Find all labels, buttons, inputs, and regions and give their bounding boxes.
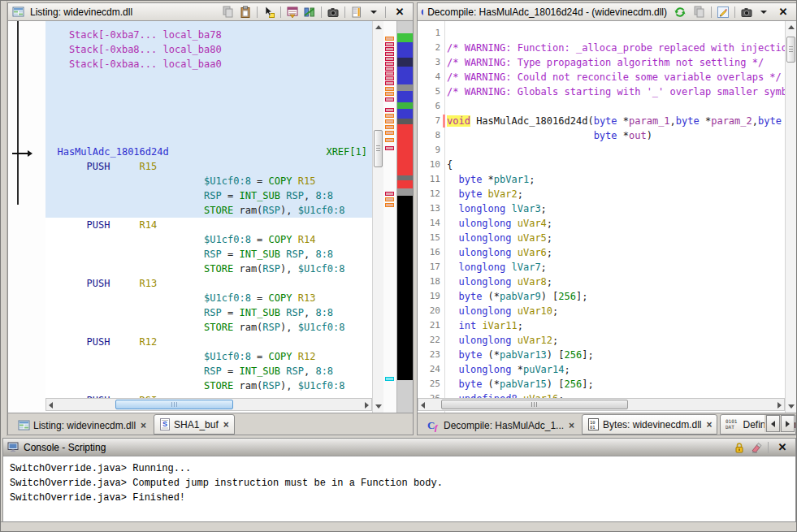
- snapshot-camera-icon[interactable]: [739, 5, 754, 19]
- listing-row[interactable]: RSP = INT_SUB RSP, 8:8: [45, 364, 372, 378]
- close-icon[interactable]: ✕: [773, 440, 792, 454]
- decompile-row[interactable]: 13 longlong lVar3;: [418, 201, 785, 216]
- decompile-row[interactable]: 19 byte (*pabVar9) [256];: [418, 289, 785, 304]
- listing-row[interactable]: $U1cf0:8 = COPY R14: [45, 232, 372, 247]
- bookmark-mark[interactable]: [385, 197, 394, 201]
- close-icon[interactable]: ✕: [390, 5, 409, 19]
- decompile-row[interactable]: 20 ulonglong uVar10;: [418, 304, 785, 318]
- listing-row[interactable]: RSP = INT_SUB RSP, 8:8: [45, 188, 372, 203]
- close-tab-icon[interactable]: ×: [139, 420, 146, 431]
- decompile-hscroll-thumb[interactable]: [441, 400, 628, 409]
- listing-row[interactable]: PUSH R15: [45, 159, 372, 174]
- listing-row[interactable]: [45, 115, 372, 130]
- listing-row[interactable]: RSP = INT_SUB RSP, 8:8: [45, 247, 372, 262]
- edit-icon[interactable]: [716, 5, 730, 19]
- decompile-row[interactable]: 16 ulonglong uVar6;: [418, 245, 785, 260]
- decompile-row[interactable]: 4/* WARNING: Could not reconcile some va…: [418, 70, 785, 84]
- listing-row[interactable]: [45, 86, 372, 101]
- listing-row[interactable]: Stack[-0xba7... local_ba78: [45, 28, 372, 42]
- decompile-row[interactable]: 9: [418, 143, 785, 158]
- snapshot-camera-icon[interactable]: [326, 5, 340, 19]
- decompile-rows[interactable]: 12/* WARNING: Function: _alloca_probe re…: [418, 26, 785, 413]
- decompile-row[interactable]: 8 byte *out): [418, 128, 785, 143]
- bookmark-mark[interactable]: [385, 37, 394, 41]
- listing-row[interactable]: STORE ram(RSP), $U1cf0:8: [45, 320, 372, 335]
- listing-row[interactable]: $U1cf0:8 = COPY R12: [45, 349, 372, 364]
- listing-row[interactable]: STORE ram(RSP), $U1cf0:8: [45, 262, 372, 276]
- cursor-select-icon[interactable]: [262, 5, 276, 19]
- scroll-down-icon[interactable]: [788, 404, 795, 409]
- goto-location-icon[interactable]: [285, 5, 300, 19]
- scroll-right-icon[interactable]: [778, 402, 782, 409]
- console-lines[interactable]: SwitchOverride.java> Running...SwitchOve…: [10, 461, 789, 505]
- bookmark-mark[interactable]: [385, 42, 394, 46]
- bookmark-mark[interactable]: [385, 81, 394, 85]
- listing-row[interactable]: HasMulAdc_18016d24dXREF[1]: [45, 145, 372, 159]
- listing-rows[interactable]: Stack[-0xba7... local_ba78 Stack[-0xba8.…: [45, 28, 372, 413]
- listing-row[interactable]: [45, 130, 372, 145]
- tab-bytes[interactable]: 1001 Bytes: widevinecdm.dll ×: [582, 414, 717, 435]
- scroll-up-icon[interactable]: [788, 25, 795, 29]
- decompile-vscrollbar[interactable]: [785, 21, 796, 413]
- bookmark-mark[interactable]: [385, 146, 394, 150]
- paste-icon[interactable]: [238, 5, 253, 19]
- bookmark-mark[interactable]: [385, 92, 394, 96]
- copy-icon[interactable]: [692, 5, 707, 19]
- tab-scroll-right-icon[interactable]: [781, 415, 795, 432]
- listing-row[interactable]: [45, 101, 372, 115]
- close-tab-icon[interactable]: ×: [567, 420, 574, 431]
- decompile-hscrollbar[interactable]: [418, 398, 785, 411]
- decompile-row[interactable]: 23 byte (*pabVar13) [256];: [418, 348, 785, 362]
- bookmark-mark[interactable]: [385, 108, 394, 112]
- decompile-row[interactable]: 11 byte *pbVar1;: [418, 172, 785, 187]
- bookmark-mark[interactable]: [385, 114, 394, 118]
- bookmark-mark[interactable]: [385, 119, 394, 123]
- scroll-down-icon[interactable]: [375, 404, 382, 409]
- bookmark-mark[interactable]: [385, 71, 394, 76]
- scroll-lock-icon[interactable]: [732, 440, 747, 454]
- bookmark-mark[interactable]: [385, 57, 394, 61]
- tab-listing[interactable]: Listing: widevinecdm.dll ×: [13, 416, 151, 435]
- listing-row[interactable]: STORE ram(RSP), $U1cf0:8: [45, 378, 372, 393]
- bookmark-mark[interactable]: [385, 87, 394, 91]
- marker-column[interactable]: [383, 21, 396, 413]
- tab-scroll-left-icon[interactable]: [766, 415, 780, 432]
- listing-row[interactable]: PUSH R12: [45, 335, 372, 349]
- listing-vscrollbar[interactable]: [372, 21, 383, 413]
- copy-icon[interactable]: [221, 5, 236, 19]
- bookmark-mark[interactable]: [385, 67, 394, 71]
- bookmark-mark[interactable]: [385, 203, 394, 207]
- decompile-row[interactable]: 1: [418, 26, 785, 41]
- diff-view-icon[interactable]: [302, 5, 317, 19]
- close-tab-icon[interactable]: ×: [222, 419, 229, 430]
- listing-row[interactable]: [45, 71, 372, 86]
- listing-row[interactable]: Stack[-0xba8... local_ba80: [45, 42, 372, 57]
- scroll-left-icon[interactable]: [421, 402, 425, 409]
- bookmark-mark[interactable]: [385, 192, 394, 196]
- decompile-row[interactable]: 5/* WARNING: Globals starting with '_' o…: [418, 84, 785, 99]
- bookmark-mark[interactable]: [385, 125, 394, 129]
- close-icon[interactable]: ✕: [773, 5, 793, 19]
- decompile-row[interactable]: 12 byte bVar2;: [418, 187, 785, 201]
- decompile-row[interactable]: 18 ulonglong uVar8;: [418, 275, 785, 289]
- listing-row[interactable]: $U1cf0:8 = COPY R13: [45, 291, 372, 305]
- decompile-row[interactable]: 22 ulonglong uVar12;: [418, 333, 785, 348]
- listing-row[interactable]: $U1cf0:8 = COPY R15: [45, 174, 372, 188]
- decompile-row[interactable]: 14 ulonglong uVar4;: [418, 216, 785, 231]
- bookmark-mark[interactable]: [385, 377, 394, 381]
- tab-sha1-buf[interactable]: S SHA1_buf ×: [154, 414, 235, 435]
- bookmark-mark[interactable]: [385, 76, 394, 80]
- listing-vscroll-thumb[interactable]: [374, 130, 383, 167]
- decompile-row[interactable]: 21 int iVar11;: [418, 318, 785, 333]
- scroll-right-icon[interactable]: [365, 402, 369, 409]
- decompile-row[interactable]: 15 ulonglong uVar5;: [418, 231, 785, 245]
- listing-row[interactable]: PUSH R13: [45, 276, 372, 291]
- listing-hscrollbar[interactable]: [45, 398, 372, 411]
- decompile-row[interactable]: 3/* WARNING: Type propagation algorithm …: [418, 55, 785, 70]
- bookmark-mark[interactable]: [385, 52, 394, 56]
- scroll-left-icon[interactable]: [49, 402, 53, 409]
- clear-console-icon[interactable]: [749, 440, 764, 454]
- listing-row[interactable]: RSP = INT_SUB RSP, 8:8: [45, 305, 372, 320]
- decompile-vscroll-thumb[interactable]: [786, 37, 795, 63]
- listing-row[interactable]: PUSH R14: [45, 218, 372, 232]
